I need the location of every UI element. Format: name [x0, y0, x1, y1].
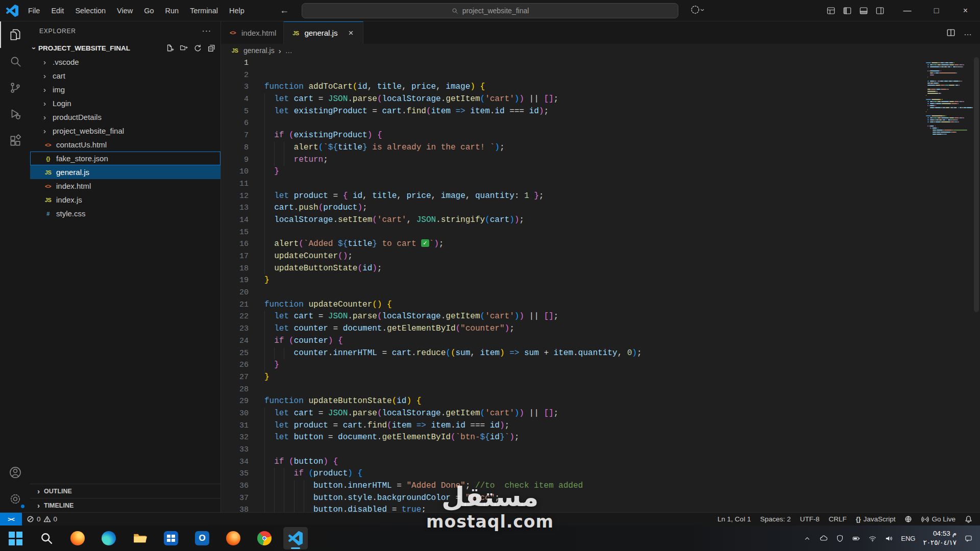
code-token: .	[343, 493, 348, 503]
file-item-img[interactable]: ›img	[30, 83, 220, 96]
search-taskbar-icon[interactable]	[34, 527, 59, 549]
extensions-activity-icon[interactable]	[0, 128, 30, 154]
code-token	[264, 143, 294, 152]
settings-gear-icon[interactable]	[0, 486, 30, 512]
store-taskbar-icon[interactable]	[159, 527, 183, 549]
breadcrumb-file[interactable]: general.js	[243, 46, 275, 55]
indentation-button[interactable]: Spaces: 2	[755, 513, 795, 525]
new-file-icon[interactable]	[166, 44, 174, 52]
file-item-project_website_final[interactable]: ›project_website_final	[30, 124, 220, 138]
profile-icon[interactable]: ›	[690, 5, 704, 15]
code-token	[264, 457, 274, 466]
editor[interactable]: 123function addToCart(id, title, price, …	[221, 57, 980, 512]
menu-selection[interactable]: Selection	[69, 3, 111, 18]
run-debug-activity-icon[interactable]	[0, 101, 30, 128]
battery-icon[interactable]	[852, 534, 861, 543]
code-token: .	[490, 107, 495, 116]
wifi-icon[interactable]	[868, 534, 877, 543]
file-item-index.html[interactable]: <>index.html	[30, 179, 220, 193]
split-editor-icon[interactable]	[946, 28, 955, 37]
explorer-activity-icon[interactable]	[0, 21, 30, 48]
problems-button[interactable]: 0 0	[22, 513, 62, 525]
menu-help[interactable]: Help	[224, 3, 250, 18]
language-indicator[interactable]: ENG	[901, 535, 915, 542]
cursor-position[interactable]: Ln 1, Col 1	[713, 513, 755, 525]
close-icon[interactable]: ×	[346, 28, 356, 38]
customize-layout-icon[interactable]	[826, 6, 836, 15]
outline-section[interactable]: › OUTLINE	[30, 484, 220, 498]
file-item-Login[interactable]: ›Login	[30, 96, 220, 110]
command-center-search[interactable]: project_website_final	[302, 3, 678, 18]
file-item-index.js[interactable]: JSindex.js	[30, 193, 220, 207]
menu-terminal[interactable]: Terminal	[184, 3, 224, 18]
encoding-button[interactable]: UTF-8	[795, 513, 824, 525]
code-line-38: 38 button.disabled = true;	[221, 504, 980, 512]
toggle-sidebar-left-icon[interactable]	[843, 6, 852, 15]
toggle-panel-icon[interactable]	[859, 6, 868, 15]
eol-button[interactable]: CRLF	[824, 513, 851, 525]
more-actions-icon[interactable]: …	[964, 28, 972, 37]
chevron-down-icon: ›	[699, 9, 707, 11]
tab-bar-container: <>index.htmlJSgeneral.js× …	[221, 21, 980, 44]
file-item-style.css[interactable]: #style.css	[30, 207, 220, 220]
code-token: .	[451, 421, 456, 430]
globe-button[interactable]	[900, 513, 917, 525]
notification-center-icon[interactable]	[964, 534, 973, 543]
source-control-activity-icon[interactable]	[0, 74, 30, 101]
code-token: cart	[392, 348, 411, 358]
minimize-button[interactable]: —	[893, 0, 922, 21]
code-token: =	[328, 191, 343, 201]
maximize-button[interactable]: □	[922, 0, 951, 21]
explorer-taskbar-icon[interactable]	[128, 527, 152, 549]
hidden-icons-chevron-icon[interactable]	[803, 534, 812, 543]
language-mode-button[interactable]: {} JavaScript	[851, 513, 900, 525]
code-line-20: 20	[221, 287, 980, 299]
menu-go[interactable]: Go	[138, 3, 159, 18]
file-item-.vscode[interactable]: ›.vscode	[30, 55, 220, 69]
edge-taskbar-icon[interactable]	[96, 527, 121, 549]
outlook-taskbar-icon[interactable]: O	[190, 527, 214, 549]
start-taskbar-icon[interactable]	[3, 527, 28, 549]
explorer-more-actions-icon[interactable]: ···	[202, 27, 211, 36]
back-arrow-icon[interactable]: ←	[280, 5, 289, 16]
new-folder-icon[interactable]	[180, 44, 188, 52]
close-window-button[interactable]: ×	[951, 0, 980, 21]
tab-general.js[interactable]: JSgeneral.js×	[284, 21, 363, 44]
search-activity-icon[interactable]	[0, 48, 30, 74]
onedrive-cloud-icon[interactable]	[819, 534, 828, 543]
file-item-productDetails[interactable]: ›productDetails	[30, 110, 220, 124]
menu-file[interactable]: File	[22, 3, 45, 18]
toggle-sidebar-right-icon[interactable]	[875, 6, 885, 15]
security-shield-icon[interactable]	[836, 534, 844, 543]
file-item-cart[interactable]: ›cart	[30, 69, 220, 83]
notifications-button[interactable]	[960, 513, 977, 525]
taskbar-clock[interactable]: 04:53 م ٢٠٢٥/٠٤/١٧	[923, 529, 957, 547]
vertical-scrollbar[interactable]	[974, 57, 979, 312]
minimap[interactable]	[926, 58, 973, 136]
refresh-icon[interactable]	[193, 44, 202, 52]
code-token: ;	[554, 409, 559, 418]
remote-window-button[interactable]: ><	[0, 513, 22, 525]
breadcrumb-symbol[interactable]: …	[285, 46, 292, 55]
indent-guide	[264, 335, 265, 347]
tab-index.html[interactable]: <>index.html	[221, 21, 284, 44]
file-item-general.js[interactable]: JSgeneral.js	[30, 165, 220, 179]
file-item-fake_store.json[interactable]: {}fake_store.json	[30, 152, 220, 165]
menu-edit[interactable]: Edit	[45, 3, 69, 18]
chrome-taskbar-icon[interactable]	[252, 527, 277, 549]
vscode-taskbar-icon[interactable]	[283, 527, 308, 549]
html-file-icon: <>	[43, 142, 53, 148]
menu-run[interactable]: Run	[160, 3, 185, 18]
file-item-contactUs.html[interactable]: <>contactUs.html	[30, 138, 220, 152]
volume-icon[interactable]	[885, 534, 893, 543]
accounts-icon[interactable]	[0, 459, 30, 486]
firefox-taskbar-icon[interactable]	[65, 527, 90, 549]
menu-view[interactable]: View	[111, 3, 138, 18]
code-token	[284, 457, 289, 466]
project-section-header[interactable]: › PROJECT_WEBSITE_FINAL	[30, 41, 220, 55]
timeline-section[interactable]: › TIMELINE	[30, 498, 220, 512]
firefox2-taskbar-icon[interactable]	[221, 527, 246, 549]
collapse-all-icon[interactable]	[207, 44, 215, 52]
go-live-button[interactable]: Go Live	[917, 513, 960, 525]
code-token: (	[426, 107, 431, 116]
